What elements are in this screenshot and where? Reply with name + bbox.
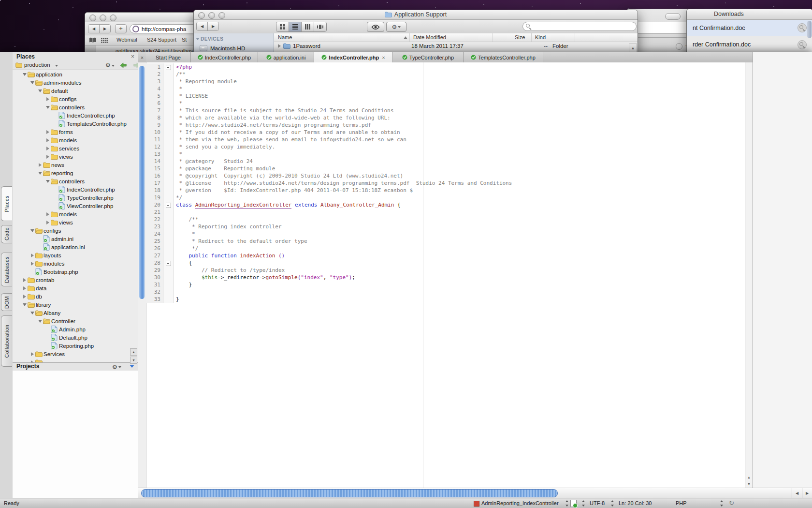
collapse-icon[interactable] bbox=[44, 180, 51, 183]
browser-traffic-lights[interactable] bbox=[89, 15, 116, 21]
code-line-25[interactable]: 25 * Redirect to the default order type bbox=[146, 238, 745, 245]
side-tab-places[interactable]: Places bbox=[1, 186, 12, 221]
code-line-12[interactable]: 12 * send you a copy immediately. bbox=[146, 143, 745, 150]
fold-collapse-icon[interactable] bbox=[166, 203, 171, 208]
column-view-icon[interactable] bbox=[301, 22, 314, 31]
collapse-icon[interactable] bbox=[37, 320, 43, 323]
tree-item-admin.ini[interactable]: admin.ini bbox=[13, 235, 138, 243]
tree-item-TypeController.php[interactable]: TypeController.php bbox=[13, 194, 138, 202]
expand-icon[interactable] bbox=[44, 138, 51, 142]
code-line-22[interactable]: 22 /** bbox=[146, 216, 745, 223]
code-line-9[interactable]: 9 * http://www.studio24.net/terms/design… bbox=[146, 121, 745, 129]
tree-item-IndexController.php[interactable]: IndexController.php bbox=[13, 185, 138, 194]
code-line-6[interactable]: 6 * bbox=[146, 100, 745, 107]
code-line-2[interactable]: 2/** bbox=[146, 71, 745, 78]
collapse-icon[interactable] bbox=[21, 303, 28, 306]
code-line-18[interactable]: 18 * @version $Id: IndexController.php 4… bbox=[146, 187, 745, 194]
tree-item-Reporting.php[interactable]: Reporting.php bbox=[13, 342, 138, 350]
devices-disclosure-icon[interactable] bbox=[196, 38, 200, 40]
side-tab-databases[interactable]: Databases bbox=[1, 253, 12, 286]
bookmark-partial[interactable]: St bbox=[182, 37, 187, 43]
code-line-27[interactable]: 27 public function indexAction () bbox=[146, 252, 745, 259]
horizontal-scrollbar[interactable]: ◀ ▶ bbox=[138, 488, 812, 499]
code-line-16[interactable]: 16 * @copyright Copyright (c) 2009-2010 … bbox=[146, 172, 745, 179]
sidebar-item-macintosh-hd[interactable]: Macintosh HD bbox=[200, 45, 245, 51]
code-line-15[interactable]: 15 * @package Reporting module bbox=[146, 165, 745, 172]
tree-item-library[interactable]: library bbox=[13, 300, 138, 309]
editor-tab-application-ini[interactable]: application.ini bbox=[258, 52, 314, 62]
column-header-name[interactable]: Name bbox=[278, 34, 292, 40]
code-line-32[interactable]: 32 bbox=[146, 288, 745, 296]
expand-icon[interactable] bbox=[44, 155, 51, 159]
expand-icon[interactable] bbox=[29, 262, 35, 266]
top-sites-grid-icon[interactable] bbox=[101, 38, 108, 43]
code-line-4[interactable]: 4 * bbox=[146, 85, 745, 92]
close-panel-icon[interactable]: × bbox=[131, 53, 134, 60]
capsule-button[interactable] bbox=[665, 13, 681, 20]
download-item[interactable]: rder Confirmation.doc bbox=[687, 36, 812, 52]
expand-icon[interactable] bbox=[44, 212, 51, 216]
scrollbar-thumb[interactable] bbox=[141, 489, 558, 497]
projects-expand-icon[interactable] bbox=[130, 365, 134, 368]
tree-item-models[interactable]: models bbox=[13, 210, 138, 218]
tree-item-controllers[interactable]: controllers bbox=[13, 177, 138, 185]
status-encoding[interactable]: UTF-8 bbox=[590, 500, 605, 506]
collapse-icon[interactable] bbox=[44, 106, 51, 109]
new-tab-button[interactable]: + bbox=[115, 24, 127, 33]
forward-icon[interactable]: ▶ bbox=[99, 25, 110, 33]
tree-item-news[interactable]: news bbox=[13, 161, 138, 169]
code-line-30[interactable]: 30 $this->_redirector->gotoSimple("index… bbox=[146, 274, 745, 281]
reveal-magnifier-icon[interactable] bbox=[798, 40, 807, 49]
tree-item-Albany[interactable]: Albany bbox=[13, 309, 138, 317]
code-line-24[interactable]: 24 * bbox=[146, 230, 745, 238]
code-line-1[interactable]: 1<?php bbox=[146, 63, 745, 71]
close-tab-icon[interactable]: × bbox=[382, 55, 385, 60]
close-icon[interactable]: × bbox=[138, 52, 146, 62]
tree-item-Default.php[interactable]: Default.php bbox=[13, 333, 138, 342]
finder-row-1password[interactable]: 1Password 18 March 2011 17:37 -- Folder bbox=[274, 42, 638, 50]
editor-tab-start-page[interactable]: Start Page bbox=[146, 52, 191, 62]
expand-icon[interactable] bbox=[44, 147, 51, 150]
tree-item-controllers[interactable]: controllers bbox=[13, 103, 138, 111]
view-mode-control[interactable] bbox=[276, 22, 327, 32]
column-divider[interactable] bbox=[531, 33, 532, 42]
finder-list-header[interactable]: Name Date Modified Size Kind bbox=[274, 33, 638, 42]
scroll-down-icon[interactable]: ▼ bbox=[746, 481, 752, 487]
scroll-right-icon[interactable]: ▶ bbox=[802, 488, 812, 498]
tree-item-reporting[interactable]: reporting bbox=[13, 169, 138, 177]
browser-nav-buttons[interactable]: ◀▶ bbox=[88, 24, 111, 33]
collapse-icon[interactable] bbox=[37, 172, 43, 175]
expand-icon[interactable] bbox=[44, 97, 51, 101]
expand-icon[interactable] bbox=[44, 221, 51, 224]
close-button[interactable] bbox=[89, 15, 96, 21]
back-icon[interactable]: ◀ bbox=[88, 25, 99, 33]
tree-item-IndexController.php[interactable]: IndexController.php bbox=[13, 111, 138, 120]
collapse-icon[interactable] bbox=[29, 81, 35, 84]
column-header-kind[interactable]: Kind bbox=[535, 34, 546, 40]
finder-nav-buttons[interactable]: ◀▶ bbox=[196, 22, 219, 31]
code-content[interactable]: 1<?php2/**3 * Reporting module4 *5 * LIC… bbox=[146, 63, 745, 303]
bookmarks-book-icon[interactable] bbox=[89, 37, 97, 43]
stepper-icon[interactable] bbox=[610, 500, 614, 507]
collapse-icon[interactable] bbox=[29, 312, 35, 314]
code-line-8[interactable]: 8 * which are available via the world-wi… bbox=[146, 114, 745, 121]
bookmark-webmail[interactable]: Webmail bbox=[116, 37, 137, 43]
collapse-icon[interactable] bbox=[29, 229, 35, 232]
back-arrow-icon[interactable] bbox=[120, 62, 127, 68]
code-line-3[interactable]: 3 * Reporting module bbox=[146, 78, 745, 85]
status-class-name[interactable]: AdminReporting_IndexController bbox=[481, 500, 559, 506]
tree-item-models[interactable]: models bbox=[13, 136, 138, 144]
expand-icon[interactable] bbox=[21, 286, 28, 290]
code-line-5[interactable]: 5 * LICENSE bbox=[146, 92, 745, 100]
downloads-scrollbar[interactable] bbox=[807, 21, 812, 38]
code-line-20[interactable]: 20class AdminReporting_IndexController e… bbox=[146, 201, 745, 209]
side-tab-code[interactable]: Code bbox=[1, 225, 12, 243]
expand-icon[interactable] bbox=[29, 254, 35, 257]
scroll-left-icon[interactable]: ◀ bbox=[792, 488, 802, 498]
reveal-magnifier-icon[interactable] bbox=[798, 23, 807, 32]
tree-item-application[interactable]: application bbox=[13, 70, 138, 78]
tree-item-admin-modules[interactable]: admin-modules bbox=[13, 78, 138, 87]
expand-icon[interactable] bbox=[21, 278, 28, 282]
forward-icon[interactable]: ▶ bbox=[207, 22, 218, 30]
expand-icon[interactable] bbox=[44, 130, 51, 134]
